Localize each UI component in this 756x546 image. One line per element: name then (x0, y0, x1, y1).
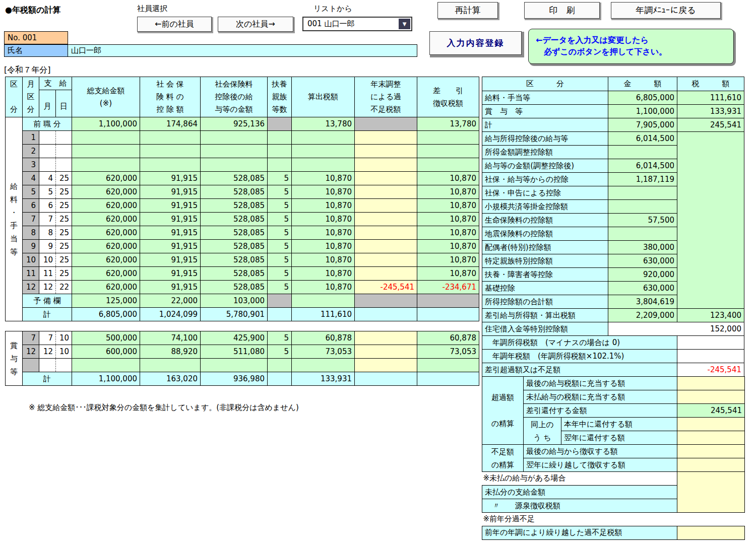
dependents-count-cell[interactable]: 5 (268, 213, 292, 226)
gross-amount-cell[interactable]: 620,000 (72, 199, 140, 213)
insurance-deduction-cell[interactable]: 91,915 (140, 267, 201, 281)
pay-day-cell[interactable]: 25 (56, 199, 72, 213)
pay-month-cell[interactable] (39, 145, 56, 158)
dependents-count-cell[interactable]: 5 (268, 185, 292, 199)
pay-month-cell[interactable]: 7 (39, 213, 56, 226)
pay-month-cell[interactable]: 8 (39, 226, 56, 240)
dependents-count-cell[interactable]: 5 (268, 331, 292, 345)
pay-day-cell[interactable] (56, 145, 72, 158)
employee-dropdown[interactable]: 001 山口一郎 ▼ (302, 17, 412, 31)
insurance-deduction-cell[interactable] (140, 359, 201, 372)
gross-amount-cell[interactable]: 125,000 (72, 294, 140, 308)
settlement-value-cell[interactable] (677, 431, 745, 445)
pay-day-cell[interactable]: 25 (56, 185, 72, 199)
pay-day-cell[interactable]: 10 (56, 331, 72, 345)
prev-year-value-cell[interactable] (677, 526, 745, 539)
dependents-count-cell[interactable] (268, 145, 292, 158)
dependents-count-cell[interactable]: 5 (268, 199, 292, 213)
pay-day-cell[interactable]: 25 (56, 172, 72, 185)
back-to-menu-button[interactable]: 年調ﾒﾆｭｰに戻る (611, 2, 721, 19)
name-value-field[interactable]: 山口一郎 (68, 44, 417, 57)
pay-month-cell[interactable]: 4 (39, 172, 56, 185)
next-employee-button[interactable]: 次の社員→ (218, 17, 293, 32)
dependents-count-cell[interactable]: 5 (268, 281, 292, 294)
settlement-value-cell[interactable] (677, 458, 745, 472)
gross-amount-cell[interactable]: 620,000 (72, 240, 140, 253)
header-month-section: 月 区 分 (23, 77, 39, 117)
pay-day-cell[interactable]: 25 (56, 226, 72, 240)
pay-day-cell[interactable]: 25 (56, 253, 72, 267)
insurance-deduction-cell[interactable]: 174,864 (140, 117, 201, 131)
insurance-deduction-cell[interactable] (140, 131, 201, 145)
pay-day-cell[interactable]: 22 (56, 281, 72, 294)
chevron-down-icon[interactable]: ▼ (399, 19, 410, 29)
gross-amount-cell[interactable]: 1,100,000 (72, 117, 140, 131)
gross-amount-cell[interactable]: 620,000 (72, 281, 140, 294)
pay-month-cell[interactable]: 9 (39, 240, 56, 253)
dependents-count-cell[interactable]: 5 (268, 267, 292, 281)
pay-month-cell[interactable]: 11 (39, 267, 56, 281)
insurance-deduction-cell[interactable]: 91,915 (140, 253, 201, 267)
calculated-tax-cell (292, 145, 355, 158)
row-label-cell: 予 備 欄 (23, 294, 72, 308)
dependents-count-cell[interactable]: 5 (268, 240, 292, 253)
gross-amount-cell[interactable] (72, 145, 140, 158)
gross-amount-cell[interactable]: 600,000 (72, 345, 140, 359)
pay-day-cell[interactable]: 10 (56, 345, 72, 359)
insurance-deduction-cell[interactable]: 91,915 (140, 226, 201, 240)
pay-day-cell[interactable] (56, 158, 72, 172)
gross-amount-cell[interactable]: 620,000 (72, 213, 140, 226)
insurance-deduction-cell[interactable] (140, 158, 201, 172)
dependents-count-cell[interactable] (268, 158, 292, 172)
gross-amount-cell[interactable]: 620,000 (72, 226, 140, 240)
dependents-count-cell[interactable]: 5 (268, 345, 292, 359)
pay-month-cell[interactable] (39, 131, 56, 145)
pay-month-cell[interactable] (39, 359, 56, 372)
pay-day-cell[interactable] (56, 359, 72, 372)
pay-day-cell[interactable]: 25 (56, 267, 72, 281)
register-input-button[interactable]: 入力内容登録 (429, 31, 522, 55)
pay-month-cell[interactable]: 7 (39, 331, 56, 345)
gross-amount-cell[interactable]: 620,000 (72, 267, 140, 281)
pay-month-cell[interactable]: 12 (39, 281, 56, 294)
insurance-deduction-cell[interactable] (140, 145, 201, 158)
settlement-value-cell[interactable] (677, 390, 745, 404)
gross-amount-cell[interactable] (72, 158, 140, 172)
gross-amount-cell[interactable]: 500,000 (72, 331, 140, 345)
insurance-deduction-cell[interactable]: 22,000 (140, 294, 201, 308)
insurance-deduction-cell[interactable]: 91,915 (140, 185, 201, 199)
gross-amount-cell[interactable] (72, 131, 140, 145)
pay-day-cell[interactable] (56, 131, 72, 145)
insurance-deduction-cell[interactable]: 91,915 (140, 281, 201, 294)
insurance-deduction-cell[interactable]: 91,915 (140, 199, 201, 213)
dependents-count-cell[interactable]: 5 (268, 226, 292, 240)
recalculate-button[interactable]: 再計算 (437, 2, 498, 19)
print-button[interactable]: 印 刷 (524, 2, 600, 19)
pay-month-cell[interactable] (39, 158, 56, 172)
dependents-count-cell[interactable] (268, 131, 292, 145)
insurance-deduction-cell[interactable]: 91,915 (140, 172, 201, 185)
gross-amount-cell[interactable]: 620,000 (72, 185, 140, 199)
unpaid-value-cell[interactable] (677, 472, 745, 513)
pay-month-cell[interactable]: 12 (39, 345, 56, 359)
dependents-count-cell[interactable]: 5 (268, 253, 292, 267)
insurance-deduction-cell[interactable]: 74,100 (140, 331, 201, 345)
insurance-deduction-cell[interactable]: 88,920 (140, 345, 201, 359)
gross-amount-cell[interactable]: 620,000 (72, 253, 140, 267)
prev-employee-button[interactable]: ←前の社員 (137, 17, 212, 32)
settlement-value-cell[interactable] (677, 418, 745, 431)
insurance-deduction-cell[interactable]: 91,915 (140, 213, 201, 226)
pay-month-cell[interactable]: 5 (39, 185, 56, 199)
pay-month-cell[interactable]: 6 (39, 199, 56, 213)
pay-day-cell[interactable]: 25 (56, 240, 72, 253)
dependents-count-cell[interactable]: 5 (268, 172, 292, 185)
gross-amount-cell[interactable] (72, 359, 140, 372)
pay-month-cell[interactable]: 10 (39, 253, 56, 267)
pay-day-cell[interactable]: 25 (56, 213, 72, 226)
dependents-count-cell[interactable] (268, 359, 292, 372)
gross-amount-cell[interactable]: 620,000 (72, 172, 140, 185)
settlement-value-cell[interactable] (677, 377, 745, 390)
insurance-deduction-cell[interactable]: 91,915 (140, 240, 201, 253)
settlement-value-cell[interactable] (677, 445, 745, 458)
summary-label: 社保・申告による控除 (482, 186, 608, 200)
